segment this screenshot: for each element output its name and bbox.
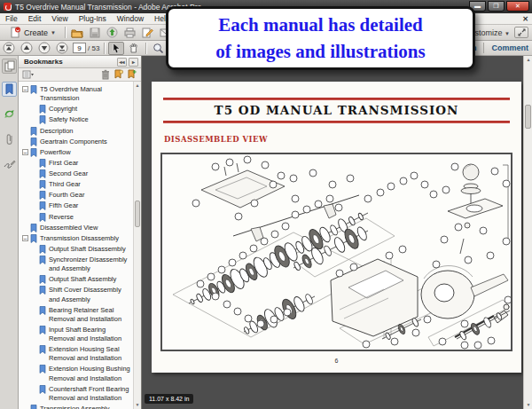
bookmark-item[interactable]: Reverse (22, 213, 131, 222)
bookmark-item[interactable]: –Transmission Disassembly (22, 234, 131, 243)
page-thumbnails-icon[interactable] (2, 59, 17, 74)
acrobat-app-icon (4, 3, 12, 11)
bookmark-item[interactable]: Geartrain Components (22, 138, 131, 146)
expander-spacer (31, 170, 37, 177)
signatures-icon[interactable] (2, 156, 17, 171)
bookmarks-scroll-thumb[interactable] (135, 201, 140, 227)
expander-spacer (31, 246, 37, 252)
bookmark-item[interactable]: Copyright (22, 105, 131, 114)
edit-document-icon[interactable] (140, 26, 156, 39)
expander-minus-icon[interactable]: – (22, 149, 28, 155)
expander-spacer (31, 326, 37, 333)
expand-panes-button[interactable] (514, 27, 528, 38)
collapse-panel-icon[interactable]: ◂◂ (117, 58, 127, 67)
bookmark-label: Countershaft Front Bearing Removal and I… (49, 385, 131, 403)
bookmark-item[interactable]: Bearing Retainer Seal Removal and Instal… (22, 306, 131, 324)
bookmark-item[interactable]: Output Shaft Assembly (22, 275, 131, 284)
bookmark-label: Safety Notice (49, 115, 89, 124)
menu-plugins[interactable]: Plug-Ins (74, 14, 112, 23)
delete-bookmark-trash-icon[interactable] (98, 69, 112, 81)
bookmark-label: Fifth Gear (49, 201, 78, 210)
bookmark-label: Copyright (49, 105, 77, 114)
bookmark-item[interactable]: Second Gear (22, 169, 131, 178)
restore-button[interactable]: ❐ (488, 1, 505, 12)
expander-spacer (22, 224, 28, 231)
new-bookmark-alt-icon[interactable] (125, 69, 138, 81)
bookmark-flag-icon (39, 159, 46, 168)
bookmark-item[interactable]: Input Shaft Bearing Removal and Installa… (22, 326, 131, 343)
first-page-button[interactable] (1, 42, 17, 55)
expander-spacer (31, 192, 37, 198)
scroll-down-icon[interactable]: ▼ (134, 401, 141, 409)
next-page-button[interactable] (36, 42, 52, 55)
bookmark-item[interactable]: Description (22, 127, 131, 136)
bookmark-flag-icon (39, 345, 46, 354)
bookmark-flag-icon (39, 326, 46, 334)
bookmark-flag-icon (39, 191, 46, 200)
bookmark-flag-icon (39, 105, 46, 114)
select-tool-button[interactable] (108, 42, 124, 55)
bookmark-item[interactable]: –T5 Overdrive Manual Transmission (22, 85, 131, 103)
new-bookmark-icon[interactable] (112, 69, 125, 81)
bookmark-item[interactable]: Disassembled View (22, 224, 131, 232)
marquee-zoom-button[interactable] (150, 42, 166, 55)
panel-menu-icon[interactable]: ▸ (129, 58, 138, 67)
scroll-up-icon[interactable]: ▲ (134, 82, 141, 90)
bookmark-flag-icon (30, 85, 37, 94)
expander-minus-icon[interactable]: – (22, 235, 28, 241)
bookmark-label: Output Shaft Disassembly (49, 245, 126, 254)
bookmark-item[interactable]: Transmission Assembly (22, 405, 131, 409)
bookmark-item[interactable]: Synchronizer Disassembly and Assembly (22, 256, 131, 273)
expander-minus-icon[interactable]: – (22, 86, 28, 92)
bookmark-label: Transmission Assembly (40, 405, 110, 409)
menu-view[interactable]: View (46, 14, 73, 23)
bookmark-label: Bearing Retainer Seal Removal and Instal… (49, 306, 131, 324)
bookmark-label: Disassembled View (40, 224, 98, 232)
menu-file[interactable]: File (0, 14, 23, 23)
bookmark-item[interactable]: Fifth Gear (22, 201, 131, 210)
exploded-view-figure (160, 153, 512, 351)
bookmark-item[interactable]: Extension Housing Seal Removal and Insta… (22, 345, 131, 363)
create-button[interactable]: Create ▼ (4, 25, 62, 40)
bookmark-flag-icon (39, 115, 46, 124)
menu-edit[interactable]: Edit (23, 14, 47, 23)
bookmark-item[interactable]: Third Gear (22, 180, 131, 189)
attachments-paperclip-icon[interactable] (2, 131, 17, 146)
scroll-up-icon[interactable]: ▲ (525, 56, 532, 64)
comment-panel-button[interactable]: Comment (491, 43, 528, 52)
bookmark-item[interactable]: Output Shaft Disassembly (22, 245, 131, 254)
menubar-close-icon[interactable]: ✕ (522, 15, 528, 23)
bookmarks-panel-icon[interactable] (2, 82, 17, 97)
bookmark-item[interactable]: Shift Cover Disassembly and Assembly (22, 286, 131, 303)
bookmark-item[interactable]: Fourth Gear (22, 191, 131, 200)
cloud-upload-icon[interactable] (105, 26, 121, 39)
pdf-page[interactable]: T5 OD MANUAL TRANSMISSION DISASSEMBLED V… (152, 82, 521, 373)
bookmarks-scrollbar[interactable]: ▲ ▼ (133, 82, 141, 409)
expander-spacer (31, 256, 37, 263)
open-file-button[interactable] (69, 26, 85, 39)
bookmark-options-button[interactable] (21, 69, 35, 81)
bookmark-item[interactable]: –Powerflow (22, 148, 131, 157)
bookmark-item[interactable]: Extension Housing Bushing Removal and In… (22, 365, 131, 382)
bookmark-flag-icon (39, 180, 46, 189)
bookmark-item[interactable]: Safety Notice (22, 115, 131, 124)
caption-line-1: Each manual has detailed (218, 12, 422, 38)
caret-down-icon: ▼ (505, 31, 510, 36)
bookmark-item[interactable]: Countershaft Front Bearing Removal and I… (22, 385, 131, 403)
create-icon (10, 27, 21, 38)
document-scroll-thumb[interactable] (525, 105, 531, 129)
model-tree-icon[interactable] (2, 106, 17, 122)
bookmark-flag-icon (30, 127, 37, 136)
scroll-down-icon[interactable]: ▼ (525, 401, 532, 409)
print-icon[interactable] (122, 26, 138, 39)
page-number-input[interactable]: 9 (73, 43, 86, 53)
save-icon[interactable] (87, 26, 103, 39)
document-scrollbar[interactable]: ▲ ▼ (523, 56, 532, 409)
previous-page-button[interactable] (19, 42, 35, 55)
close-button[interactable]: ✕ (506, 1, 529, 12)
bookmark-item[interactable]: First Gear (22, 159, 131, 168)
menu-window[interactable]: Window (112, 14, 149, 23)
bookmark-flag-icon (39, 306, 46, 315)
last-page-button[interactable] (54, 42, 70, 55)
hand-tool-button[interactable] (126, 42, 142, 55)
